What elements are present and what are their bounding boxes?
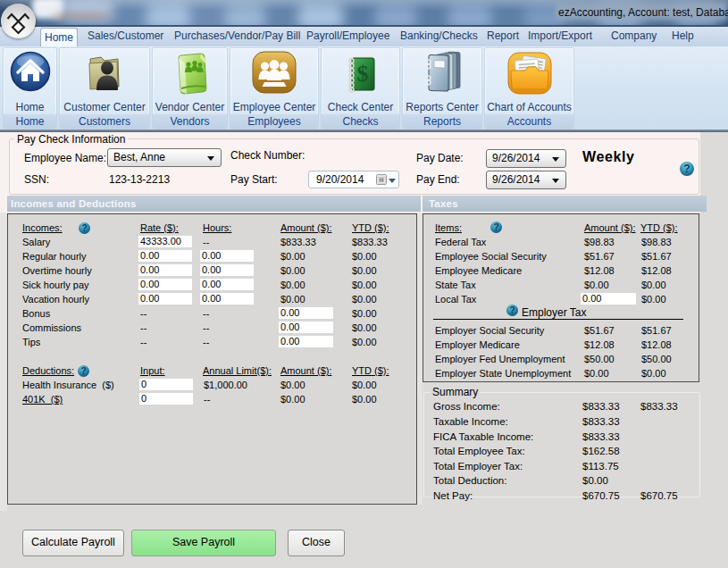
- svg-text:$: $: [356, 61, 368, 87]
